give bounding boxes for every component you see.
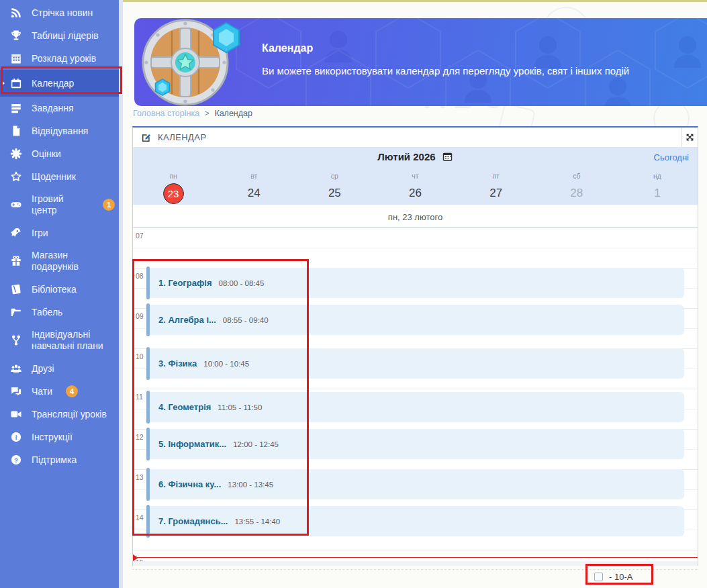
lesson-time: 11:05 - 11:50 [218, 403, 262, 411]
lesson-event[interactable]: 3. Фізика10:00 - 10:45 [147, 348, 684, 379]
sidebar-item-label: Відвідування [32, 126, 88, 137]
sidebar-item-label: Бібліотека [32, 284, 77, 295]
sidebar-item-label: Завдання [32, 103, 74, 114]
calendar-footer: - 10-А [132, 566, 698, 588]
gift-icon [9, 255, 23, 267]
lesson-event[interactable]: 2. Алгебра і...08:55 - 09:40 [147, 305, 684, 335]
sidebar-item-lesson-schedule[interactable]: Розклад уроків [0, 47, 123, 70]
lesson-event[interactable]: 4. Геометрія11:05 - 11:50 [147, 392, 684, 422]
hour-label: 08 [136, 272, 144, 280]
game-center-icon [9, 199, 23, 211]
sidebar-item-instructions[interactable]: i Інструкції [0, 426, 123, 448]
sidebar-item-label: Чати [32, 386, 52, 397]
hour-label: 10 [136, 352, 144, 360]
sidebar-item-label: Підтримка [32, 454, 77, 466]
sidebar-item-tasks[interactable]: Завдання [0, 97, 123, 119]
sidebar-item-label: Табель [32, 307, 62, 318]
weekday-label: пн [133, 172, 214, 180]
hour-label: 13 [136, 473, 144, 481]
date-cell[interactable]: 1 [617, 182, 698, 205]
calendar-icon [9, 77, 23, 89]
rocket-icon [9, 227, 23, 239]
svg-text:?: ? [14, 456, 18, 464]
edit-icon[interactable] [141, 132, 152, 143]
date-cell[interactable]: 28 [536, 182, 617, 205]
sidebar-item-news-feed[interactable]: Стрічка новин [0, 1, 123, 24]
class-filter-checkbox[interactable] [594, 573, 603, 581]
lesson-time: 10:00 - 10:45 [203, 360, 249, 368]
sidebar-item-chats[interactable]: Чати 4 [0, 380, 123, 403]
month-picker-icon[interactable] [442, 151, 453, 162]
lesson-title: 3. Фізика [158, 358, 197, 369]
sidebar-item-gift-shop[interactable]: Магазин подарунків [0, 244, 123, 278]
diary-star-icon [9, 170, 23, 183]
sidebar-item-individual-plans[interactable]: Індивідуальні навчальні плани [0, 324, 123, 357]
sidebar-item-diary[interactable]: Щоденник [0, 165, 123, 188]
lesson-time: 13:55 - 14:40 [234, 518, 280, 526]
weekday-label: сб [536, 172, 617, 180]
grades-flower-icon [9, 148, 23, 160]
lesson-event[interactable]: 7. Громадянсь...13:55 - 14:40 [147, 506, 684, 536]
class-filter-label: - 10-А [609, 572, 632, 582]
app-window: Стрічка новин Таблиці лідерів Розклад ур… [0, 0, 707, 588]
calendar-panel: КАЛЕНДАР Лютий 2026 Сьогодні пн вт ср чт… [132, 126, 698, 566]
day-header: пн, 23 лютого [133, 207, 698, 228]
date-cell[interactable]: 27 [456, 182, 536, 205]
lesson-event[interactable]: 6. Фізична ку...13:00 - 13:45 [147, 469, 684, 499]
sidebar-item-support[interactable]: ? Підтримка [0, 448, 123, 471]
page-title: Календар [262, 42, 313, 54]
sidebar-item-game-center[interactable]: Ігровий центр 1 [0, 188, 123, 222]
weekday-label: ср [294, 172, 375, 180]
sidebar-item-leaderboards[interactable]: Таблиці лідерів [0, 24, 123, 47]
sidebar-item-label: Стрічка новин [32, 7, 93, 19]
sidebar-item-label: Оцінки [32, 148, 61, 160]
today-button[interactable]: Сьогодні [654, 152, 689, 162]
class-filter[interactable]: - 10-А [594, 572, 632, 582]
chat-icon [9, 385, 23, 397]
lesson-event[interactable]: 5. Інформатик...12:00 - 12:45 [147, 429, 684, 459]
rss-icon [9, 7, 23, 19]
date-row: 23 24 25 26 27 28 1 [133, 182, 698, 205]
book-icon [9, 283, 23, 295]
expand-button[interactable] [681, 128, 698, 147]
date-cell[interactable]: 24 [214, 182, 294, 205]
sidebar-item-calendar[interactable]: Календар [0, 70, 123, 97]
sidebar-item-label: Індивідуальні навчальні плани [32, 329, 115, 352]
trophy-icon [9, 30, 23, 42]
month-title: Лютий 2026 [377, 151, 435, 162]
attendance-page-icon [9, 125, 23, 137]
lesson-title: 1. Географія [158, 278, 212, 288]
tasks-icon [9, 102, 23, 114]
weekday-label: пт [456, 172, 536, 180]
hour-label: 07 [136, 232, 144, 240]
date-cell[interactable]: 26 [375, 182, 455, 205]
sidebar-item-report-card[interactable]: Табель [0, 301, 123, 324]
breadcrumb-home-link[interactable]: Головна сторінка [133, 109, 199, 118]
sidebar-item-grades[interactable]: Оцінки [0, 142, 123, 165]
sidebar-item-lesson-streams[interactable]: Трансляції уроків [0, 403, 123, 426]
lesson-time: 08:00 - 08:45 [219, 279, 265, 287]
date-cell-today[interactable]: 23 [133, 182, 214, 205]
sidebar-item-friends[interactable]: Друзі [0, 357, 123, 380]
schedule-grid-icon [9, 52, 23, 64]
weekday-label: нд [617, 172, 698, 180]
weekday-label: вт [214, 172, 294, 180]
breadcrumb-separator: > [205, 109, 209, 118]
chats-badge: 4 [66, 385, 78, 397]
breadcrumb-current: Календар [214, 109, 252, 118]
footer-divider [132, 569, 698, 570]
lesson-event[interactable]: 1. Географія08:00 - 08:45 [147, 268, 684, 298]
breadcrumb: Головна сторінка > Календар [133, 109, 252, 118]
panel-title: КАЛЕНДАР [158, 132, 206, 142]
week-strip: Лютий 2026 Сьогодні пн вт ср чт пт сб нд… [133, 147, 698, 205]
branch-icon [9, 334, 23, 346]
sidebar-item-games[interactable]: Ігри [0, 222, 123, 244]
date-cell[interactable]: 25 [294, 182, 375, 205]
lesson-time: 12:00 - 12:45 [233, 440, 279, 448]
hour-label: 14 [136, 513, 144, 522]
sidebar: Стрічка новин Таблиці лідерів Розклад ур… [0, 0, 123, 588]
day-time-grid: 07 08 09 10 11 12 13 14 15 1. Географія0… [133, 228, 698, 566]
sidebar-item-attendance[interactable]: Відвідування [0, 119, 123, 142]
sidebar-item-library[interactable]: Бібліотека [0, 278, 123, 301]
shield-illustration [137, 19, 244, 106]
